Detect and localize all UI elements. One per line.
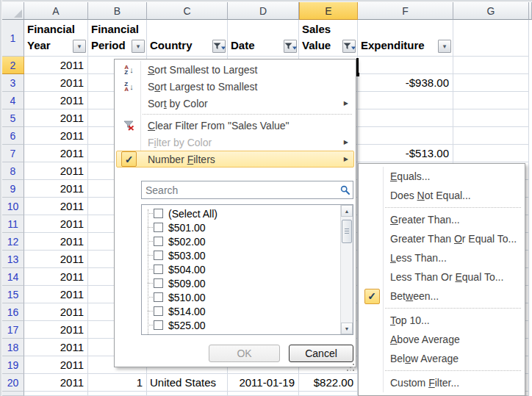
list-item[interactable]: $502.00 (142, 234, 340, 248)
header-cell-D1[interactable]: Date (228, 20, 299, 57)
cell-A13[interactable]: 2011 (24, 251, 88, 268)
row-header-5[interactable]: 5 (2, 109, 24, 127)
column-header-A[interactable]: A (24, 2, 88, 20)
checkbox[interactable] (154, 251, 163, 260)
list-item[interactable]: $525.00 (142, 318, 340, 332)
column-header-F[interactable]: F (358, 2, 453, 20)
header-cell-B1[interactable]: Financial Period▾ (88, 20, 147, 57)
scrollbar-down-button[interactable]: ▼ (341, 323, 353, 334)
checkbox[interactable] (154, 320, 163, 330)
cell-B20[interactable]: 1 (88, 374, 147, 392)
menu-item-clear-filter[interactable]: Clear Filter From "Sales Value" (116, 117, 354, 134)
checkbox[interactable] (154, 264, 163, 274)
cell-A15[interactable]: 2011 (24, 286, 88, 303)
cell-A18[interactable]: 2011 (24, 339, 88, 356)
cell-F7[interactable]: -$513.00 (358, 145, 453, 162)
header-cell-G1[interactable] (453, 20, 529, 57)
list-item[interactable]: $503.00 (142, 248, 340, 262)
cell-G2[interactable] (453, 57, 529, 74)
menu-item-does-not-equal[interactable]: Does Not Equal... (360, 186, 523, 205)
row-header-13[interactable]: 13 (2, 251, 24, 268)
cell-G5[interactable] (453, 109, 529, 127)
resize-grip[interactable] (347, 358, 354, 365)
row-header-14[interactable]: 14 (2, 268, 24, 286)
cell-E20[interactable]: $822.00 (299, 374, 358, 392)
cell-A14[interactable]: 2011 (24, 268, 88, 286)
menu-item-between[interactable]: ✓Between... (360, 287, 523, 306)
row-header-6[interactable]: 6 (2, 127, 24, 145)
listbox-scrollbar[interactable]: ▲ ▼ (340, 205, 353, 334)
cell-A10[interactable]: 2011 (24, 198, 88, 215)
row-header-15[interactable]: 15 (2, 286, 24, 303)
menu-item-equals[interactable]: Equals... (360, 167, 523, 186)
menu-item-below-average[interactable]: Below Average (360, 349, 523, 368)
cell-A11[interactable]: 2011 (24, 215, 88, 233)
list-item[interactable]: $509.00 (142, 276, 340, 290)
menu-item-number-filters[interactable]: ✓Number Filters▶ (116, 151, 354, 168)
filter-applied-button[interactable] (212, 40, 226, 53)
list-item[interactable]: $510.00 (142, 290, 340, 304)
header-cell-C1[interactable]: Country (147, 20, 228, 57)
cell-A9[interactable]: 2011 (24, 180, 88, 198)
cell-F6[interactable] (358, 127, 453, 145)
cell-A19[interactable]: 2011 (24, 356, 88, 374)
row-header-17[interactable]: 17 (2, 321, 24, 339)
menu-item-greater-than-or-equal-to[interactable]: Greater Than Or Equal To... (360, 229, 523, 248)
cell-A2[interactable]: 2011 (24, 57, 88, 74)
checkbox[interactable] (154, 278, 163, 288)
row-header-7[interactable]: 7 (2, 145, 24, 162)
cell[interactable] (299, 392, 358, 396)
cell-A7[interactable]: 2011 (24, 145, 88, 162)
cell-A20[interactable]: 2011 (24, 374, 88, 392)
column-header-E[interactable]: E (299, 2, 358, 20)
menu-item-sort-largest-to-smallest[interactable]: ZA↓Sort Largest to Smallest (116, 78, 354, 95)
cell-D20[interactable]: 2011-01-19 (228, 374, 299, 392)
cell-A8[interactable]: 2011 (24, 162, 88, 180)
row-header-3[interactable]: 3 (2, 74, 24, 92)
cell[interactable] (228, 392, 299, 396)
cell[interactable] (24, 392, 88, 396)
scrollbar-up-button[interactable]: ▲ (341, 205, 353, 217)
row-header-8[interactable]: 8 (2, 162, 24, 180)
row-header-19[interactable]: 19 (2, 356, 24, 374)
menu-item-top-10[interactable]: Top 10... (360, 311, 523, 330)
checkbox[interactable] (154, 209, 163, 218)
search-input[interactable] (142, 182, 338, 198)
list-item[interactable]: $501.00 (142, 220, 340, 234)
menu-item-less-than-or-equal-to[interactable]: Less Than Or Equal To... (360, 267, 523, 287)
row-header-16[interactable]: 16 (2, 303, 24, 321)
header-cell-A1[interactable]: Financial Year▾ (24, 20, 88, 57)
cell-A5[interactable]: 2011 (24, 109, 88, 127)
search-icon[interactable] (338, 185, 353, 195)
list-item[interactable]: $504.00 (142, 262, 340, 276)
menu-item-custom-filter[interactable]: Custom Filter... (360, 373, 523, 392)
cell-A6[interactable]: 2011 (24, 127, 88, 145)
row-header-11[interactable]: 11 (2, 215, 24, 233)
cell-G7[interactable] (453, 145, 529, 162)
header-cell-F1[interactable]: Expenditure▾ (358, 20, 453, 57)
scrollbar-thumb[interactable] (342, 220, 352, 243)
column-header-C[interactable]: C (147, 2, 228, 20)
cell-A3[interactable]: 2011 (24, 74, 88, 92)
filter-dropdown-button[interactable]: ▾ (132, 40, 145, 53)
row-header-10[interactable]: 10 (2, 198, 24, 215)
list-item[interactable]: (Select All) (142, 206, 340, 220)
row-header-9[interactable]: 9 (2, 180, 24, 198)
list-item[interactable]: $514.00 (142, 304, 340, 318)
menu-item-less-than[interactable]: Less Than... (360, 248, 523, 267)
cell[interactable] (88, 392, 147, 396)
select-all-corner[interactable] (2, 2, 24, 20)
cell-G4[interactable] (453, 92, 529, 109)
column-header-B[interactable]: B (88, 2, 147, 20)
row-header-4[interactable]: 4 (2, 92, 24, 109)
filter-dropdown-button[interactable]: ▾ (73, 40, 86, 53)
cell-F2[interactable] (358, 57, 453, 74)
menu-item-above-average[interactable]: Above Average (360, 330, 523, 349)
cancel-button[interactable]: Cancel (289, 345, 353, 362)
cell-C20[interactable]: United States (147, 374, 228, 392)
column-header-G[interactable]: G (453, 2, 529, 20)
column-header-D[interactable]: D (228, 2, 299, 20)
cell-G6[interactable] (453, 127, 529, 145)
menu-item-sort-smallest-to-largest[interactable]: AZ↓Sort Smallest to Largest (116, 61, 354, 78)
filter-applied-button[interactable] (284, 40, 297, 53)
